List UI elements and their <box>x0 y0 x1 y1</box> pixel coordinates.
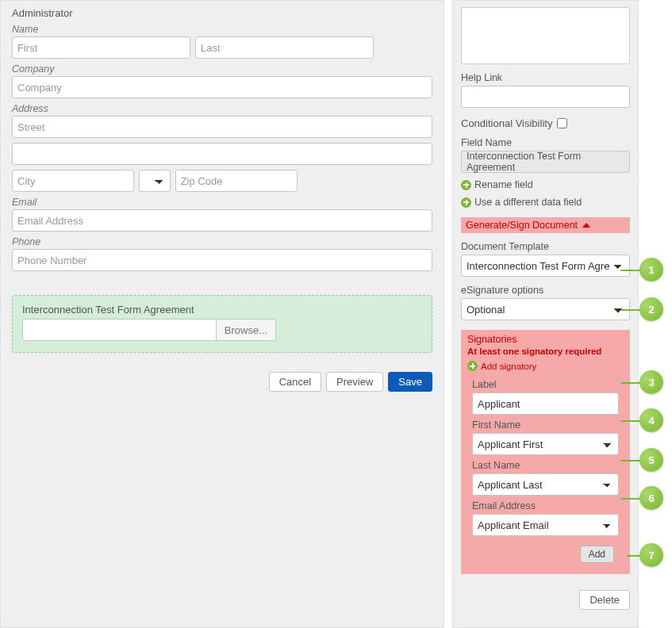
sig-email-label: Email Address <box>472 500 619 511</box>
document-template-select[interactable]: Interconnection Test Form Agre <box>461 255 630 277</box>
generate-sign-header[interactable]: Generate/Sign Document <box>461 217 630 233</box>
plus-icon <box>461 197 471 208</box>
esignature-options-label: eSignature options <box>461 285 630 296</box>
help-link-input[interactable] <box>461 86 630 108</box>
phone-label: Phone <box>12 236 432 247</box>
connector-line <box>620 460 641 461</box>
sig-email-select[interactable]: Applicant Email <box>472 514 619 536</box>
sig-lastname-label: Last Name <box>472 460 619 471</box>
different-data-field-link[interactable]: Use a different data field <box>461 197 630 208</box>
connector-line <box>620 270 641 271</box>
annotation-bubble-3: 3 <box>639 370 663 394</box>
company-input[interactable] <box>12 76 432 98</box>
address-label: Address <box>12 103 432 114</box>
help-link-label: Help Link <box>461 72 630 83</box>
signatories-subtitle: At least one signatory required <box>467 347 624 356</box>
agreement-upload-box: Interconnection Test Form Agreement Brow… <box>12 295 432 353</box>
sig-lastname-select[interactable]: Applicant Last <box>472 473 619 496</box>
agreement-title: Interconnection Test Form Agreement <box>22 304 422 316</box>
last-name-input[interactable] <box>195 36 374 59</box>
delete-button[interactable]: Delete <box>579 590 630 610</box>
rename-field-link[interactable]: Rename field <box>461 179 630 190</box>
agreement-file-input[interactable] <box>22 319 217 341</box>
collapse-icon <box>582 223 590 228</box>
annotation-bubble-5: 5 <box>639 448 663 472</box>
signatories-section: Signatories At least one signatory requi… <box>461 330 630 574</box>
conditional-visibility-label: Conditional Visibility <box>461 117 552 129</box>
esignature-options-select[interactable]: Optional <box>461 298 630 320</box>
conditional-visibility-checkbox[interactable] <box>557 118 567 128</box>
first-name-input[interactable] <box>12 36 190 59</box>
document-template-label: Document Template <box>461 241 630 252</box>
form-preview-panel: Administrator Name Company Address Email… <box>0 0 444 628</box>
street-input[interactable] <box>12 116 432 138</box>
sig-label-label: Label <box>472 379 619 390</box>
sig-firstname-select[interactable]: Applicant First <box>472 433 619 455</box>
connector-line <box>620 382 641 384</box>
company-label: Company <box>12 63 432 75</box>
state-select[interactable] <box>139 170 170 192</box>
zip-input[interactable] <box>175 170 298 192</box>
phone-input[interactable] <box>12 249 432 271</box>
annotation-bubble-6: 6 <box>639 486 663 510</box>
preview-button[interactable]: Preview <box>326 372 383 392</box>
add-button[interactable]: Add <box>580 546 614 563</box>
sig-firstname-label: First Name <box>472 419 619 431</box>
properties-textarea[interactable] <box>461 7 630 64</box>
save-button[interactable]: Save <box>388 372 432 392</box>
connector-line <box>620 498 641 500</box>
plus-icon <box>467 361 478 371</box>
email-label: Email <box>12 197 432 208</box>
field-name-value: Interconnection Test Form Agreement <box>461 151 630 173</box>
name-label: Name <box>12 24 432 35</box>
email-input[interactable] <box>12 209 432 232</box>
city-input[interactable] <box>12 170 134 192</box>
annotation-bubble-1: 1 <box>639 258 663 281</box>
plus-icon <box>461 180 471 190</box>
properties-panel: Help Link Conditional Visibility Field N… <box>452 0 639 628</box>
field-name-label: Field Name <box>461 137 630 148</box>
annotation-bubble-2: 2 <box>639 297 663 321</box>
annotation-bubble-7: 7 <box>639 543 663 567</box>
connector-line <box>620 309 641 311</box>
signatories-title: Signatories <box>467 334 624 345</box>
cancel-button[interactable]: Cancel <box>269 372 321 392</box>
browse-button[interactable]: Browse... <box>217 319 276 341</box>
street2-input[interactable] <box>12 143 432 165</box>
add-signatory-link[interactable]: Add signatory <box>467 361 624 371</box>
sig-label-input[interactable] <box>472 392 619 415</box>
admin-section-title: Administrator <box>12 7 432 19</box>
annotation-bubble-4: 4 <box>639 408 663 432</box>
connector-line <box>620 420 641 422</box>
